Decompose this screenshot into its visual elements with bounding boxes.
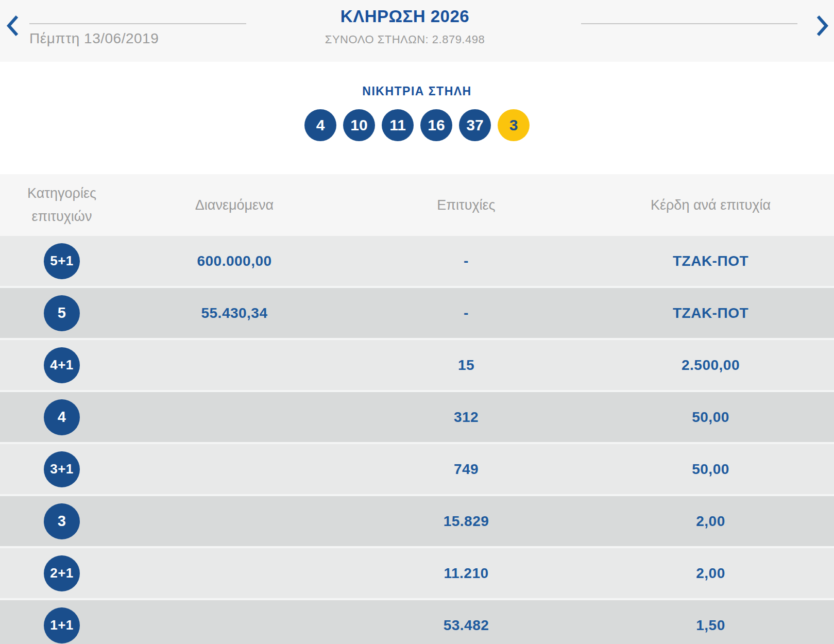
header-category: Κατηγορίες επιτυχιών — [0, 182, 124, 228]
prize-table-rows: 5+1 600.000,00 - ΤΖΑΚ-ΠΟΤ 5 55.430,34 - … — [0, 236, 834, 644]
table-row: 5 55.430,34 - ΤΖΑΚ-ΠΟΤ — [0, 288, 834, 338]
draw-title-block: ΚΛΗΡΩΣΗ 2026 ΣΥΝΟΛΟ ΣΤΗΛΩΝ: 2.879.498 — [325, 7, 485, 46]
category-badge: 3+1 — [44, 451, 80, 487]
wins-value: - — [345, 305, 587, 321]
category-badge: 4+1 — [44, 347, 80, 383]
distributed-value: 600.000,00 — [124, 253, 345, 269]
joker-number-ball: 3 — [498, 109, 530, 141]
previous-draw-button[interactable] — [2, 13, 23, 38]
category-badge: 5+1 — [44, 243, 80, 279]
prize-value: 2,00 — [587, 513, 834, 530]
prize-value: 2,00 — [587, 565, 834, 582]
wins-value: - — [345, 253, 587, 269]
winning-number-ball: 37 — [459, 109, 491, 141]
wins-value: 53.482 — [345, 617, 587, 634]
winning-numbers: 4101116373 — [0, 109, 834, 141]
prize-value: 2.500,00 — [587, 357, 834, 374]
header-prize: Κέρδη ανά επιτυχία — [587, 197, 834, 213]
winning-number-ball: 4 — [304, 109, 336, 141]
table-row: 3 15.829 2,00 — [0, 496, 834, 546]
wins-value: 312 — [345, 409, 587, 426]
winning-number-ball: 16 — [420, 109, 452, 141]
draw-date: Πέμπτη 13/06/2019 — [29, 30, 159, 47]
prize-table-header: Κατηγορίες επιτυχιών Διανεμόμενα Επιτυχί… — [0, 174, 834, 236]
prize-value: ΤΖΑΚ-ΠΟΤ — [587, 305, 834, 321]
category-badge: 5 — [44, 295, 80, 331]
table-row: 4+1 15 2.500,00 — [0, 340, 834, 390]
distributed-value: 55.430,34 — [124, 305, 345, 321]
winning-number-ball: 10 — [343, 109, 375, 141]
left-divider-line — [29, 23, 246, 24]
prize-value: 50,00 — [587, 409, 834, 426]
wins-value: 15.829 — [345, 513, 587, 530]
winning-column-section: ΝΙΚΗΤΡΙΑ ΣΤΗΛΗ 4101116373 — [0, 62, 834, 174]
table-row: 2+1 11.210 2,00 — [0, 548, 834, 598]
chevron-left-icon — [5, 32, 20, 40]
category-badge: 1+1 — [44, 607, 80, 643]
table-row: 5+1 600.000,00 - ΤΖΑΚ-ΠΟΤ — [0, 236, 834, 286]
prize-value: 1,50 — [587, 617, 834, 634]
right-divider-line — [581, 23, 797, 24]
wins-value: 15 — [345, 357, 587, 374]
wins-value: 11.210 — [345, 565, 587, 582]
chevron-right-icon — [815, 32, 830, 40]
header-wins: Επιτυχίες — [345, 197, 587, 213]
prize-value: 50,00 — [587, 461, 834, 478]
category-badge: 3 — [44, 503, 80, 539]
draw-title: ΚΛΗΡΩΣΗ 2026 — [325, 7, 485, 26]
wins-value: 749 — [345, 461, 587, 478]
category-badge: 2+1 — [44, 555, 80, 591]
table-row: 3+1 749 50,00 — [0, 444, 834, 494]
category-badge: 4 — [44, 399, 80, 435]
table-row: 1+1 53.482 1,50 — [0, 600, 834, 644]
next-draw-button[interactable] — [812, 13, 833, 38]
header-distributed: Διανεμόμενα — [124, 197, 345, 213]
prize-value: ΤΖΑΚ-ΠΟΤ — [587, 253, 834, 269]
table-row: 4 312 50,00 — [0, 392, 834, 442]
total-columns-label: ΣΥΝΟΛΟ ΣΤΗΛΩΝ: 2.879.498 — [325, 33, 485, 46]
draw-header-bar: Πέμπτη 13/06/2019 ΚΛΗΡΩΣΗ 2026 ΣΥΝΟΛΟ ΣΤ… — [0, 0, 834, 62]
winning-column-title: ΝΙΚΗΤΡΙΑ ΣΤΗΛΗ — [0, 62, 834, 98]
winning-number-ball: 11 — [382, 109, 414, 141]
